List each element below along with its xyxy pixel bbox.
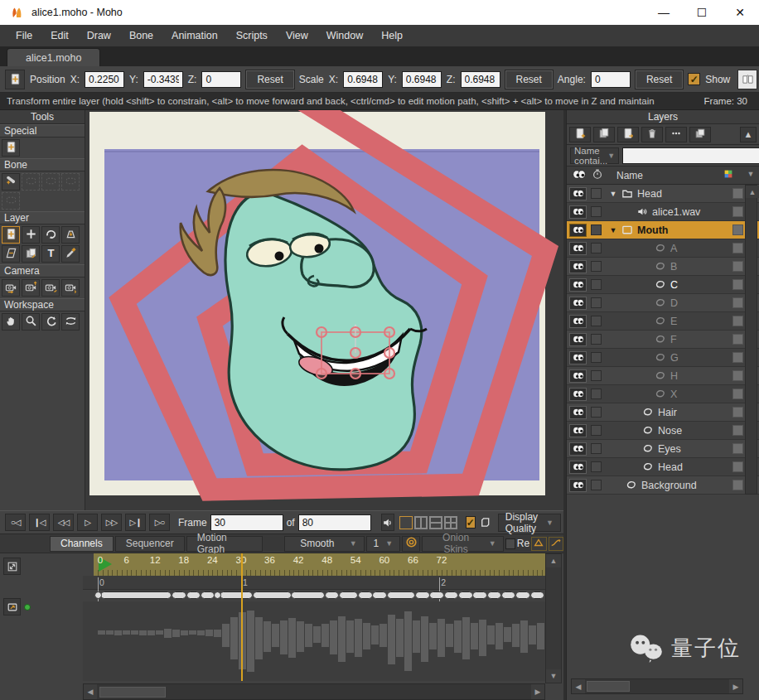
split-horizontal-view-button[interactable]: [429, 516, 442, 529]
visibility-eye-icon[interactable]: [569, 333, 587, 346]
menu-item-scripts[interactable]: Scripts: [227, 27, 277, 45]
scroll-down-icon[interactable]: ▼: [546, 669, 561, 683]
layer-filter-dropdown[interactable]: Name contai... ▼: [570, 147, 619, 164]
menu-item-view[interactable]: View: [277, 27, 317, 45]
timeline-tab-motion-graph[interactable]: Motion Graph: [186, 536, 263, 552]
visibility-eye-icon[interactable]: [569, 187, 587, 200]
shear-layer-tool[interactable]: [2, 245, 20, 263]
layer-row-a[interactable]: A: [567, 239, 759, 258]
minimize-button[interactable]: —: [645, 0, 683, 25]
layer-row-f[interactable]: F: [567, 331, 759, 349]
layers-scrollbar[interactable]: ▲: [745, 185, 757, 495]
expand-caret-icon[interactable]: ▼: [608, 226, 618, 234]
flip-pages-icon[interactable]: [737, 70, 757, 89]
zoom-workspace-tool[interactable]: [22, 313, 40, 331]
visibility-eye-icon[interactable]: [569, 315, 587, 328]
onion-skin-toggle[interactable]: [402, 536, 420, 552]
layer-checkbox[interactable]: [591, 352, 602, 363]
layer-checkbox[interactable]: [591, 316, 602, 326]
layer-color-swatch[interactable]: [732, 352, 743, 363]
transform-layer-tool-icon[interactable]: [5, 70, 25, 89]
go-to-end-button[interactable]: ▷❙: [125, 514, 146, 531]
new-layer-button[interactable]: [569, 127, 591, 142]
layer-color-swatch[interactable]: [732, 389, 743, 399]
play-from-start-button[interactable]: ○◁: [5, 514, 26, 531]
layer-checkbox[interactable]: [591, 188, 602, 199]
menu-item-edit[interactable]: Edit: [41, 27, 78, 45]
timeline-tab-sequencer[interactable]: Sequencer: [115, 536, 185, 552]
layer-row-head[interactable]: ▼Head: [567, 185, 759, 203]
layer-row-c[interactable]: C: [567, 276, 759, 294]
visibility-eye-icon[interactable]: [569, 224, 587, 237]
close-button[interactable]: ✕: [721, 0, 759, 25]
menu-item-help[interactable]: Help: [372, 27, 412, 45]
enable-drawing-checkbox[interactable]: ✓: [466, 516, 476, 529]
layer-color-swatch[interactable]: [732, 407, 743, 418]
layer-row-mouth[interactable]: ▼Mouth: [567, 221, 759, 239]
eyedropper-tool[interactable]: [61, 245, 80, 263]
keyframe-segment[interactable]: [515, 591, 530, 599]
transform-layer-tool[interactable]: [2, 139, 20, 157]
play-to-end-button[interactable]: ▷○: [149, 514, 170, 531]
position-reset-button[interactable]: Reset: [246, 70, 293, 89]
display-quality-dropdown[interactable]: Display Quality ▼: [498, 514, 561, 532]
layer-color-swatch[interactable]: [732, 461, 743, 472]
layer-row-d[interactable]: D: [567, 294, 759, 312]
keyframe-segment[interactable]: [291, 591, 325, 599]
collapse-panel-button[interactable]: ▲: [740, 127, 757, 142]
menu-item-bone[interactable]: Bone: [120, 27, 162, 45]
keyframe-segment[interactable]: [530, 591, 545, 599]
keyframe-segment[interactable]: [253, 591, 291, 599]
layer-color-swatch[interactable]: [732, 480, 743, 490]
play-button[interactable]: ▷: [77, 514, 98, 531]
layer-row-nose[interactable]: Nose: [567, 422, 759, 440]
menu-item-file[interactable]: File: [7, 27, 41, 45]
keyframe-segment[interactable]: [458, 591, 473, 599]
set-origin-tool[interactable]: [61, 226, 80, 244]
rotate-workspace-tool[interactable]: [41, 313, 60, 331]
layer-checkbox[interactable]: [591, 261, 602, 272]
visibility-eye-icon[interactable]: [569, 461, 587, 474]
layer-checkbox[interactable]: [591, 407, 602, 418]
playhead[interactable]: [241, 553, 243, 681]
expand-caret-icon[interactable]: ▼: [608, 190, 618, 198]
canvas-area[interactable]: [85, 110, 563, 510]
total-frames-input[interactable]: [298, 514, 371, 531]
scale-z-input[interactable]: [461, 71, 500, 88]
scroll-up-icon[interactable]: ▲: [546, 554, 561, 567]
layer-checkbox[interactable]: [591, 443, 602, 454]
visibility-eye-icon[interactable]: [569, 297, 587, 310]
visibility-eye-icon[interactable]: [569, 388, 587, 401]
keyframe-segment[interactable]: [172, 591, 186, 599]
new-group-button[interactable]: [617, 127, 639, 142]
step-forward-button[interactable]: ▷▷: [101, 514, 122, 531]
layer-checkbox[interactable]: [591, 480, 602, 490]
position-y-input[interactable]: [143, 71, 183, 88]
visibility-eye-icon[interactable]: [569, 205, 587, 219]
keyframe-segment[interactable]: [358, 591, 373, 599]
timeline-vscrollbar[interactable]: ▲ ▼: [545, 553, 562, 683]
layer-checkbox[interactable]: [591, 389, 602, 399]
layer-row-b[interactable]: B: [567, 258, 759, 276]
menu-item-draw[interactable]: Draw: [78, 27, 120, 45]
layer-row-alice1-wav[interactable]: alice1.wav: [567, 203, 759, 221]
keyframe-segment[interactable]: [387, 591, 416, 599]
layer-row-g[interactable]: G: [567, 349, 759, 367]
layer-checkbox[interactable]: [591, 461, 602, 472]
visibility-eye-icon[interactable]: [569, 242, 587, 255]
angle-input[interactable]: [591, 71, 631, 88]
visibility-eye-icon[interactable]: [569, 442, 587, 456]
timeline-ruler[interactable]: 061218243036424854606672: [94, 553, 545, 576]
select-bone-tool[interactable]: [2, 173, 20, 191]
keyframe-track[interactable]: [83, 590, 545, 601]
keyframe-segment[interactable]: [415, 591, 430, 599]
speaker-icon[interactable]: [381, 514, 394, 531]
keyframe-ease-button[interactable]: [549, 537, 563, 551]
layer-color-swatch[interactable]: [732, 224, 743, 235]
roll-camera-tool[interactable]: [41, 279, 60, 297]
layer-checkbox[interactable]: [591, 334, 602, 345]
keyframe-segment[interactable]: [444, 591, 459, 599]
scrollbar-thumb[interactable]: [99, 687, 166, 698]
single-view-button[interactable]: [399, 516, 413, 529]
layer-color-swatch[interactable]: [732, 334, 743, 345]
